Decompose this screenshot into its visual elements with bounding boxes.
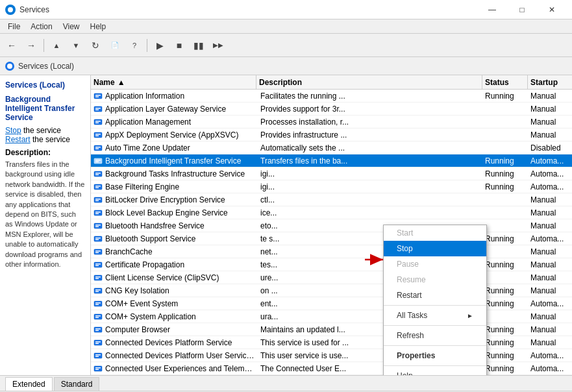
ctx-refresh[interactable]: Refresh	[384, 328, 486, 343]
close-button[interactable]: ✕	[537, 0, 567, 19]
toolbar-stop[interactable]: ■	[170, 36, 188, 55]
service-startup: Manual	[528, 260, 572, 269]
table-row[interactable]: Connected Devices Platform ServiceThis s…	[91, 336, 572, 349]
service-startup: Manual	[528, 221, 572, 230]
service-name: BranchCache	[104, 247, 258, 256]
table-row[interactable]: Bluetooth Support Servicete s...RunningA…	[91, 232, 572, 245]
service-desc: ctl...	[258, 195, 482, 204]
svg-point-1	[7, 64, 12, 69]
service-startup: Manual	[528, 273, 572, 282]
ctx-sep4	[384, 365, 486, 366]
service-status: Running	[482, 182, 528, 191]
service-startup: Automa...	[528, 299, 572, 308]
menu-view[interactable]: View	[58, 21, 85, 32]
maximize-button[interactable]: □	[507, 0, 537, 19]
table-row[interactable]: COM+ System Applicationura...Manual	[91, 310, 572, 323]
tab-standard[interactable]: Standard	[54, 377, 100, 391]
table-row[interactable]: Base Filtering Engineigi...RunningAutoma…	[91, 180, 572, 193]
service-icon	[92, 350, 104, 361]
toolbar-up[interactable]: ▲	[47, 36, 66, 55]
table-row[interactable]: Connected Devices Platform User Service_…	[91, 349, 572, 362]
table-row[interactable]: Bluetooth Handsfree Serviceeto...Manual	[91, 219, 572, 232]
ctx-start[interactable]: Start	[384, 225, 486, 241]
toolbar-export[interactable]: 📄	[106, 36, 124, 55]
ctx-properties[interactable]: Properties	[384, 348, 486, 363]
col-header-status[interactable]: Status	[482, 75, 528, 89]
service-status: Running	[482, 286, 528, 295]
ctx-help[interactable]: Help	[384, 368, 486, 375]
svg-rect-14	[94, 145, 102, 151]
service-name: Connected User Experiences and Telemetry	[104, 364, 258, 373]
service-icon	[92, 325, 104, 335]
service-links: Stop the service Restart the service	[5, 126, 85, 144]
service-icon	[92, 299, 104, 309]
table-row[interactable]: Client License Service (ClipSVC)ure...Ma…	[91, 271, 572, 284]
ctx-resume[interactable]: Resume	[384, 272, 486, 288]
svg-rect-59	[94, 340, 102, 345]
table-row[interactable]: Certificate Propagationtes...RunningManu…	[91, 258, 572, 271]
service-name: Application Management	[104, 117, 258, 127]
col-header-name[interactable]: Name ▲	[91, 75, 256, 89]
col-header-startup[interactable]: Startup	[528, 75, 572, 89]
minimize-button[interactable]: —	[477, 0, 507, 19]
toolbar-forward[interactable]: →	[22, 36, 40, 55]
svg-rect-66	[95, 367, 101, 369]
window-title: Services	[19, 5, 49, 14]
svg-rect-52	[95, 304, 99, 305]
table-row[interactable]: Application InformationFacilitates the r…	[91, 90, 572, 103]
menu-help[interactable]: Help	[85, 21, 112, 32]
ctx-restart[interactable]: Restart	[384, 288, 486, 303]
toolbar-refresh[interactable]: ↻	[86, 36, 105, 55]
desc-title: Description:	[5, 148, 85, 157]
title-bar: Services — □ ✕	[0, 0, 572, 19]
table-row[interactable]: Block Level Backup Engine Serviceice...M…	[91, 206, 572, 219]
ctx-pause[interactable]: Pause	[384, 256, 486, 272]
stop-link[interactable]: Stop	[5, 126, 21, 135]
ctx-stop[interactable]: Stop	[384, 241, 486, 256]
table-row[interactable]: Application Layer Gateway ServiceProvide…	[91, 103, 572, 116]
tab-extended[interactable]: Extended	[5, 377, 53, 391]
svg-rect-24	[95, 186, 101, 187]
table-row[interactable]: Auto Time Zone UpdaterAutomatically sets…	[91, 141, 572, 154]
svg-rect-63	[95, 354, 101, 356]
app-icon	[5, 5, 16, 15]
svg-rect-46	[95, 278, 99, 279]
menu-action[interactable]: Action	[25, 21, 57, 32]
table-row[interactable]: COM+ Event Systement...RunningAutoma...	[91, 297, 572, 310]
service-startup: Automa...	[528, 169, 572, 178]
svg-rect-26	[94, 197, 102, 202]
table-row[interactable]: BranchCachenet...Manual	[91, 245, 572, 258]
toolbar-back[interactable]: ←	[3, 36, 21, 55]
toolbar-pause[interactable]: ▮▮	[190, 36, 208, 55]
menu-file[interactable]: File	[3, 21, 25, 32]
table-row[interactable]: CNG Key Isolationon ...RunningManual	[91, 284, 572, 297]
toolbar-help[interactable]: ?	[125, 36, 143, 55]
svg-rect-50	[94, 301, 102, 306]
toolbar-show-hide[interactable]: ▼	[67, 36, 85, 55]
svg-rect-19	[95, 161, 99, 162]
left-panel-nav-title: Services (Local)	[5, 80, 85, 90]
service-icon	[92, 337, 104, 348]
service-name: Application Layer Gateway Service	[104, 104, 258, 114]
table-row[interactable]: BitLocker Drive Encryption Servicectl...…	[91, 193, 572, 206]
service-desc: Facilitates the running ...	[258, 92, 482, 101]
svg-rect-49	[95, 291, 99, 292]
table-row[interactable]: Background Intelligent Transfer ServiceT…	[91, 154, 572, 167]
table-row[interactable]: Computer BrowserMaintains an updated l..…	[91, 323, 572, 336]
table-row[interactable]: Background Tasks Infrastructure Servicei…	[91, 167, 572, 180]
svg-rect-11	[94, 132, 102, 138]
restart-link[interactable]: Restart	[5, 135, 31, 144]
service-desc: igi...	[258, 182, 482, 191]
svg-rect-51	[95, 302, 101, 304]
table-row[interactable]: Connected User Experiences and Telemetry…	[91, 362, 572, 375]
toolbar-restart[interactable]: ▶▶	[209, 36, 227, 55]
service-icon	[92, 182, 104, 192]
svg-rect-54	[95, 315, 101, 317]
svg-rect-30	[95, 212, 101, 213]
toolbar-play[interactable]: ▶	[151, 36, 169, 55]
ctx-all-tasks[interactable]: All Tasks►	[384, 308, 486, 323]
service-desc: Provides support for 3r...	[258, 104, 482, 114]
col-header-desc[interactable]: Description	[256, 75, 482, 89]
table-row[interactable]: AppX Deployment Service (AppXSVC)Provide…	[91, 129, 572, 141]
table-row[interactable]: Application ManagementProcesses installa…	[91, 116, 572, 129]
